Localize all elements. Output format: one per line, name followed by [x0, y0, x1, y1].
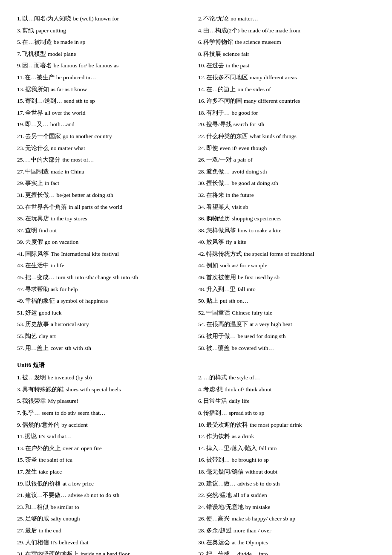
list-item: 9.因…而著名be famous for/ be famous as: [17, 60, 194, 72]
entry-english: advise sb to do sth: [237, 479, 280, 489]
entry-english: be good at doing sth: [231, 179, 278, 188]
entry-english: by mistake: [245, 503, 271, 512]
entry-number: 29.: [17, 179, 24, 188]
entry-number: 33.: [17, 202, 24, 212]
list-item: 13.在户外的火上over an open fire: [17, 442, 194, 454]
entry-number: 1.: [17, 14, 21, 23]
list-item: 13.据我所知as far as I know: [17, 84, 194, 95]
entry-english: a historical story: [51, 320, 89, 329]
list-item: 1.以…闻名/为人知晓be (well) known for: [17, 13, 194, 25]
entry-number: 3.: [17, 26, 21, 35]
entry-number: 8.: [198, 49, 202, 59]
entry-number: 13.: [17, 444, 24, 453]
entry-english: the most popular drink: [250, 420, 302, 430]
entry-number: 19.: [17, 479, 24, 489]
list-item: 16.许多不同的国many different countries: [198, 95, 375, 107]
entry-number: 45.: [17, 273, 24, 282]
list-item: 5.我很荣幸My pleasure!: [17, 395, 194, 407]
list-item: 22.突然/猛地all of a sudden: [198, 489, 375, 501]
entry-chinese: …中的大部分: [25, 155, 61, 165]
entry-chinese: 看望某人: [206, 202, 230, 212]
list-item: 36.购物经历shopping experiences: [198, 213, 375, 225]
entry-chinese: 考虑/想: [203, 385, 223, 394]
list-item: 58.被…覆盖be covered with…: [198, 342, 375, 354]
entry-chinese: 购物经历: [206, 214, 230, 223]
list-item: 20.建议…做…advise sb to do sth: [198, 478, 375, 490]
entry-english: both…and: [50, 120, 75, 129]
list-item: 3.剪纸paper cutting: [17, 25, 194, 37]
entry-chinese: 怎样做风筝: [206, 226, 236, 235]
list-item: 17.发生take place: [17, 466, 194, 478]
entry-english: be brought to sp: [231, 455, 268, 465]
list-item: 12.在很多不同地区many different areas: [198, 72, 375, 84]
entry-english: shoes with special heels: [66, 385, 121, 394]
entry-chinese: 一双/一对: [206, 155, 232, 165]
entry-chinese: 即使: [206, 144, 218, 153]
entry-chinese: 据说: [25, 432, 37, 441]
entry-chinese: 在将来: [206, 191, 224, 200]
entry-number: 7.: [17, 408, 21, 418]
entry-english: many different areas: [250, 73, 297, 82]
entry-number: 4.: [198, 26, 202, 35]
entry-english: as far as I know: [51, 85, 87, 94]
list-item: 15.寄到…/送到…send sth to sp: [17, 95, 194, 107]
entry-number: 53.: [17, 320, 24, 329]
list-item: 20.搜寻/寻找search for sth: [198, 119, 375, 130]
entry-english: put sth on…: [220, 296, 248, 306]
list-item: 47.寻求帮助ask for help: [17, 283, 194, 295]
entry-chinese: 用…盖上: [25, 344, 49, 353]
entry-chinese: 许多不同的国: [206, 96, 242, 106]
entry-english: more than / over: [233, 526, 271, 535]
entry-number: 38.: [198, 226, 205, 235]
entry-chinese: 人们相信: [25, 538, 49, 547]
list-item: 39.去度假go on vacation: [17, 236, 194, 248]
list-item: 54.在很高的温度下at a very high heat: [198, 318, 375, 330]
entry-english: no matter what: [51, 144, 85, 153]
list-item: 6.科学博物馆the science museum: [198, 36, 375, 48]
entry-english: over an open fire: [63, 444, 102, 453]
entry-number: 12.: [198, 73, 205, 82]
list-item: 25.…中的大部分the most of…: [17, 154, 194, 166]
list-item: 1.被…发明be invented (by sb): [17, 372, 194, 384]
entry-english: send sth to sp: [64, 96, 95, 106]
entry-english: find out: [39, 226, 57, 235]
entry-english: paper cutting: [36, 26, 66, 35]
entry-chinese: 被…发明: [22, 373, 46, 382]
entry-number: 18.: [198, 467, 205, 477]
entry-english: many different countries: [244, 96, 300, 106]
entry-number: 46.: [198, 273, 205, 282]
entry-chinese: 在…被生产: [25, 73, 55, 82]
entry-number: 27.: [17, 526, 24, 535]
entry-number: 17.: [17, 467, 24, 477]
list-item: 7.似乎…seem to do sth/ seem that…: [17, 407, 194, 419]
entry-english: be/get better at doing sth: [56, 191, 113, 200]
entry-number: 25.: [17, 155, 24, 165]
entry-chinese: 足够的咸: [25, 514, 49, 523]
list-item: 34.看望某人visit sb: [198, 201, 375, 213]
entry-english: what kinds of things: [250, 132, 297, 141]
entry-chinese: 以很低的价格: [25, 479, 61, 489]
entry-english: in the past: [226, 61, 250, 70]
entry-chinese: 作为饮料: [206, 432, 230, 441]
entry-english: a symbol of happiness: [57, 296, 108, 306]
entry-english: inside on a hard floor: [81, 549, 130, 555]
list-item: 25.足够的咸salty enough: [17, 513, 194, 525]
entry-chinese: 科学博物馆: [203, 38, 233, 47]
entries-grid-0: 1.以…闻名/为人知晓be (well) known for2.不论/无论no …: [17, 13, 375, 354]
entry-number: 17.: [17, 108, 24, 118]
section-title-1: Unit6 短语: [17, 361, 375, 369]
list-item: 32.在将来in the future: [198, 189, 375, 201]
entry-chinese: 发生: [25, 467, 37, 477]
list-item: 15.茶圣the saint of tea: [17, 454, 194, 466]
list-item: 5.在…被制造be made in sp: [17, 36, 194, 48]
list-item: 33.在世界各个角落in all parts of the world: [17, 201, 194, 213]
entry-number: 54.: [198, 320, 205, 329]
entry-number: 13.: [17, 85, 24, 94]
list-item: 9.偶然的/意外的by accident: [17, 419, 194, 431]
entry-number: 40.: [198, 237, 205, 247]
entry-english: the science museum: [235, 38, 281, 47]
list-item: 32.把…分成…divide …into…: [198, 548, 375, 555]
list-item: 56.被用于做…be used for doing sth: [198, 330, 375, 342]
entry-english: at a low price: [63, 479, 94, 489]
entry-english: be covered with…: [231, 344, 274, 353]
